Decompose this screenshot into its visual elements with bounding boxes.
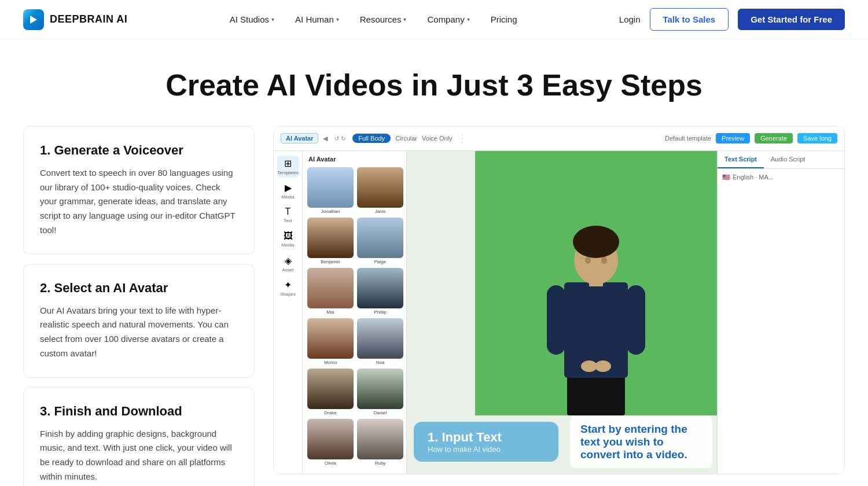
nav-actions: Login Talk to Sales Get Started for Free [619, 8, 845, 31]
default-template-label: Default template [665, 135, 711, 142]
logo[interactable]: DEEPBRAIN AI [23, 9, 127, 30]
sidebar-media2[interactable]: 🖼 Media [277, 229, 299, 251]
sidebar-asset[interactable]: ◈ Asset [277, 253, 299, 275]
shapes-icon: ✦ [284, 279, 292, 290]
generate-button[interactable]: Generate [755, 133, 793, 143]
nav-ai-studios[interactable]: AI Studios ▾ [230, 14, 274, 24]
avatar-item[interactable]: Phillip [357, 268, 403, 315]
sidebar-templates[interactable]: ⊞ Templates [277, 156, 299, 178]
get-started-button[interactable]: Get Started for Free [738, 9, 845, 30]
asset-icon: ◈ [285, 255, 292, 266]
media-icon: ▶ [285, 182, 292, 193]
flag-icon: 🇺🇸 [722, 174, 730, 181]
svg-point-10 [581, 360, 597, 372]
circular-tab[interactable]: Circular [395, 135, 417, 142]
overlay-cta-text: Start by entering the text you wish to c… [570, 416, 712, 468]
voice-only-tab[interactable]: Voice Only [422, 135, 453, 142]
sidebar-text[interactable]: T Text [277, 204, 299, 226]
avatar-thumb [357, 419, 403, 459]
logo-icon [23, 9, 44, 30]
app-preview: AI Avatar ◀ ↺ ↻ Full Body Circular Voice… [273, 126, 845, 474]
sidebar-shapes[interactable]: ✦ Shapes [277, 277, 299, 299]
avatar-item[interactable]: Paige [357, 218, 403, 264]
preview-button[interactable]: Preview [716, 133, 750, 143]
talk-to-sales-button[interactable]: Talk to Sales [650, 8, 729, 31]
avatar-row-6: Olivia Ruby [307, 419, 402, 466]
nav-resources[interactable]: Resources ▾ [360, 14, 407, 24]
bottom-overlay: 1. Input Text How to make AI video Start… [407, 416, 717, 468]
page-title: Create AI Videos in Just 3 Easy Steps [23, 68, 845, 103]
avatar-row-1: Jonathan Janis [307, 167, 402, 214]
avatar-thumb [357, 167, 403, 208]
steps-column: 1. Generate a Voiceover Convert text to … [23, 126, 255, 486]
full-body-tab[interactable]: Full Body [352, 134, 391, 143]
step-1-title: 1. Generate a Voiceover [40, 143, 238, 158]
avatar-row-5: Drake Daniel [307, 369, 402, 415]
step-2-title: 2. Select an AI Avatar [40, 281, 238, 296]
avatar-thumb [307, 318, 354, 359]
avatar-thumb [307, 167, 354, 208]
green-screen [475, 151, 717, 416]
avatar-item[interactable]: Noa [357, 318, 403, 365]
avatar-item[interactable]: Drake [307, 369, 354, 415]
sidebar-media[interactable]: ▶ Media [277, 180, 299, 202]
avatar-thumb [307, 218, 354, 258]
avatar-grid-title: AI Avatar [307, 156, 402, 163]
app-sidebar: ⊞ Templates ▶ Media T Text 🖼 [274, 151, 303, 474]
avatar-item[interactable]: Ruby [357, 419, 403, 466]
avatar-item[interactable]: Daniel [357, 369, 403, 415]
step-3-card[interactable]: 3. Finish and Download Finish by adding … [23, 387, 255, 486]
nav-pricing[interactable]: Pricing [491, 14, 517, 24]
avatar-thumb [307, 369, 354, 409]
avatar-item[interactable]: Janis [357, 167, 403, 214]
text-script-tab[interactable]: Text Script [718, 151, 764, 168]
avatar-thumb [357, 369, 403, 409]
app-toolbar: AI Avatar ◀ ↺ ↻ Full Body Circular Voice… [274, 127, 844, 151]
step-3-title: 3. Finish and Download [40, 404, 238, 419]
language-selector[interactable]: 🇺🇸 English · MA... [718, 169, 844, 186]
input-text-overlay: 1. Input Text How to make AI video [414, 422, 558, 462]
script-tabs: Text Script Audio Script [718, 151, 844, 169]
avatar-item[interactable]: Mia [307, 268, 354, 315]
content-row: 1. Generate a Voiceover Convert text to … [23, 126, 845, 486]
nav-company[interactable]: Company ▾ [427, 14, 469, 24]
avatar-item[interactable]: Olivia [307, 419, 354, 466]
save-long-button[interactable]: Save long [797, 133, 837, 143]
svg-rect-8 [547, 285, 565, 355]
avatar-thumb [307, 268, 354, 308]
templates-icon: ⊞ [284, 158, 292, 169]
chevron-down-icon: ▾ [467, 16, 470, 23]
svg-point-5 [573, 226, 619, 258]
avatar-thumb [357, 318, 403, 359]
brand-name: DEEPBRAIN AI [50, 13, 127, 25]
avatar-row-3: Mia Phillip [307, 268, 402, 315]
avatar-thumb [357, 268, 403, 308]
audio-script-tab[interactable]: Audio Script [764, 151, 812, 168]
main-content: Create AI Videos in Just 3 Easy Steps 1.… [0, 39, 868, 486]
text-icon: T [285, 207, 291, 217]
step-3-description: Finish by adding graphic designs, backgr… [40, 427, 238, 484]
app-ui: AI Avatar ◀ ↺ ↻ Full Body Circular Voice… [274, 127, 844, 474]
nav-links: AI Studios ▾ AI Human ▾ Resources ▾ Comp… [230, 14, 517, 24]
chevron-down-icon: ▾ [403, 16, 406, 23]
canvas-area: 1. Input Text How to make AI video Start… [407, 151, 717, 474]
avatar-figure [538, 219, 654, 415]
avatar-thumb [357, 218, 403, 258]
script-panel: Text Script Audio Script 🇺🇸 English · MA… [717, 151, 844, 474]
svg-rect-1 [567, 375, 625, 415]
avatar-item[interactable]: Benjamin [307, 218, 354, 264]
step-2-card[interactable]: 2. Select an AI Avatar Our AI Avatars br… [23, 264, 255, 378]
login-button[interactable]: Login [619, 14, 641, 24]
svg-point-6 [585, 257, 591, 264]
overlay-sub-label: How to make AI video [428, 445, 545, 454]
avatar-item[interactable]: Jonathan [307, 167, 354, 214]
step-1-description: Convert text to speech in over 80 langua… [40, 166, 238, 238]
step-1-card[interactable]: 1. Generate a Voiceover Convert text to … [23, 126, 255, 255]
avatar-item[interactable]: Momo [307, 318, 354, 365]
nav-ai-human[interactable]: AI Human ▾ [295, 14, 339, 24]
avatar-row-4: Momo Noa [307, 318, 402, 365]
avatar-thumb [307, 419, 354, 459]
svg-point-7 [601, 257, 607, 264]
canvas-inner: 1. Input Text How to make AI video Start… [407, 151, 717, 474]
navbar: DEEPBRAIN AI AI Studios ▾ AI Human ▾ Res… [0, 0, 868, 39]
